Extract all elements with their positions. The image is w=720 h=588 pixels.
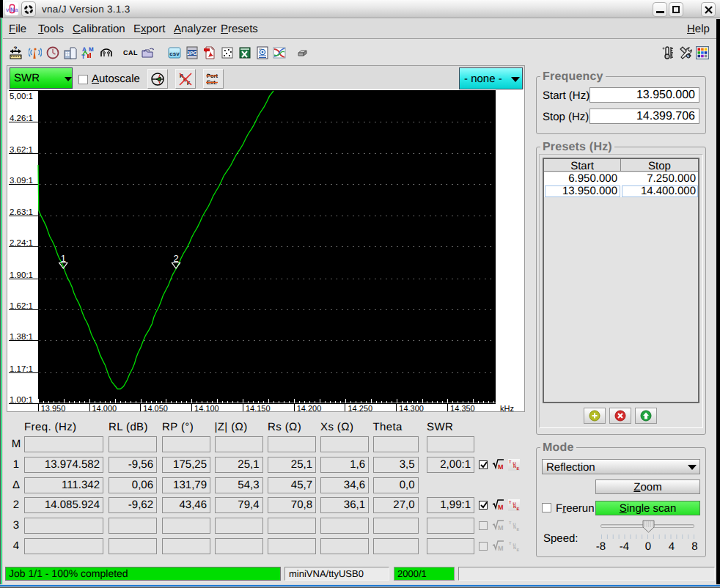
svg-text:E: E (517, 507, 520, 512)
svg-text:E: E (517, 548, 520, 553)
svg-text:1.38:1: 1.38:1 (10, 332, 33, 341)
svg-text:T: T (509, 542, 512, 546)
svg-text:M: M (498, 504, 504, 511)
svg-text:14.050: 14.050 (143, 404, 168, 412)
svg-text:2.63:1: 2.63:1 (10, 207, 33, 216)
svg-text:?: ? (14, 46, 18, 52)
svg-text:v: v (6, 7, 10, 13)
svg-text:1.17:1: 1.17:1 (10, 364, 33, 373)
svg-text:csv: csv (169, 51, 180, 57)
svg-text:14.350: 14.350 (450, 404, 475, 412)
svg-text:N: N (513, 505, 516, 510)
svg-text:1: 1 (61, 253, 66, 264)
svg-text:N: N (513, 546, 516, 551)
svg-text:14.200: 14.200 (297, 404, 322, 412)
svg-text:4.26:1: 4.26:1 (10, 114, 33, 122)
svg-text:N: N (513, 465, 516, 469)
svg-text:2.24:1: 2.24:1 (10, 238, 33, 247)
svg-text:M: M (498, 524, 504, 532)
svg-text:3.62:1: 3.62:1 (10, 145, 33, 154)
svg-text:1.90:1: 1.90:1 (10, 271, 33, 279)
svg-text:E: E (517, 528, 520, 532)
svg-text:1.00:1: 1.00:1 (10, 395, 33, 404)
svg-text:E: E (517, 467, 520, 471)
svg-text:kHz: kHz (500, 404, 514, 412)
svg-text:14.150: 14.150 (246, 404, 271, 412)
svg-text:2: 2 (173, 253, 178, 264)
svg-text:M: M (89, 46, 94, 53)
svg-text:14.100: 14.100 (194, 404, 219, 412)
svg-text:N: N (513, 526, 516, 530)
svg-text:a: a (15, 7, 18, 13)
svg-text:M: M (498, 463, 504, 471)
svg-text:JPG: JPG (187, 51, 198, 56)
svg-text:5,00:1: 5,00:1 (10, 92, 33, 100)
svg-text:13.950: 13.950 (41, 404, 66, 412)
svg-text:3.09:1: 3.09:1 (10, 176, 33, 185)
svg-text:14.300: 14.300 (399, 404, 424, 412)
svg-text:14.250: 14.250 (348, 404, 373, 412)
svg-text:M: M (498, 545, 504, 552)
svg-text:1.62:1: 1.62:1 (10, 301, 33, 310)
svg-text:T: T (509, 521, 512, 526)
svg-text:14.000: 14.000 (92, 404, 117, 412)
